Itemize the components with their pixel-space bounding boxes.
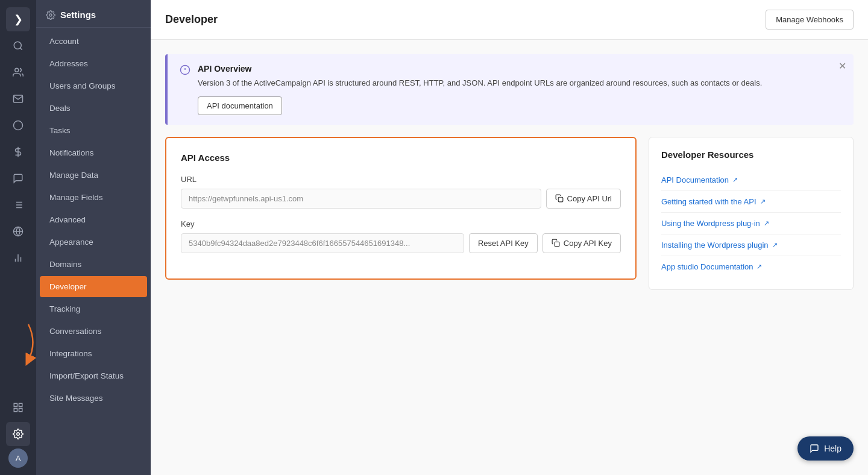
globe-icon[interactable] (6, 219, 30, 244)
main-header: Developer Manage Webhooks (151, 0, 868, 40)
chevron-right-icon[interactable]: ❯ (6, 7, 30, 31)
sidebar-item-domains[interactable]: Domains (40, 254, 147, 275)
list-icon[interactable] (6, 193, 30, 217)
sidebar-item-appearance[interactable]: Appearance (40, 231, 147, 253)
sidebar-item-deals[interactable]: Deals (40, 98, 147, 119)
external-link-icon: ↗ (756, 263, 762, 271)
contacts-icon[interactable] (6, 60, 30, 84)
sidebar-item-account[interactable]: Account (40, 31, 147, 52)
avatar[interactable]: A (8, 448, 28, 468)
main-content: Developer Manage Webhooks API Overview V… (151, 0, 868, 475)
external-link-icon: ↗ (772, 241, 778, 249)
api-documentation-button[interactable]: API documentation (198, 96, 282, 115)
reset-api-key-button[interactable]: Reset API Key (469, 233, 538, 253)
svg-rect-16 (14, 403, 17, 406)
arrow-annotation (7, 318, 37, 366)
sidebar-item-advanced[interactable]: Advanced (40, 209, 147, 230)
url-input[interactable] (181, 189, 541, 209)
developer-resources-card: Developer Resources API Documentation ↗ … (649, 137, 854, 290)
api-access-card: API Access URL Copy API Url Key Reset AP… (165, 137, 637, 280)
main-body: API Overview Version 3 of the ActiveCamp… (151, 40, 868, 475)
sidebar-item-notifications[interactable]: Notifications (40, 142, 147, 163)
page-title: Developer (165, 13, 218, 26)
api-key-input[interactable] (181, 233, 464, 253)
svg-rect-25 (558, 197, 563, 202)
chat-icon[interactable] (6, 166, 30, 190)
external-link-icon: ↗ (732, 176, 738, 184)
sidebar-item-import-export[interactable]: Import/Export Status (40, 365, 147, 386)
api-access-title: API Access (181, 153, 621, 163)
sidebar-item-developer[interactable]: Developer (40, 276, 147, 297)
svg-point-20 (17, 433, 20, 436)
dollar-icon[interactable] (6, 140, 30, 164)
sidebar-header: Settings (36, 0, 151, 27)
dev-resources-title: Developer Resources (661, 149, 841, 160)
svg-point-0 (14, 42, 21, 49)
icon-bar: ❯ A (0, 0, 36, 475)
sidebar-title: Settings (60, 10, 96, 20)
copy-api-url-button[interactable]: Copy API Url (546, 189, 621, 209)
installing-wordpress-link[interactable]: Installing the Wordpress plugin ↗ (661, 234, 841, 256)
icon-bar-bottom: A (6, 395, 30, 468)
sidebar-item-manage-fields[interactable]: Manage Fields (40, 187, 147, 208)
svg-line-1 (20, 48, 22, 49)
svg-point-21 (49, 14, 52, 16)
info-banner-text: Version 3 of the ActiveCampaign API is s… (198, 77, 841, 89)
external-link-icon: ↗ (764, 219, 769, 227)
sidebar-item-manage-data[interactable]: Manage Data (40, 165, 147, 186)
key-label: Key (181, 219, 621, 228)
getting-started-link[interactable]: Getting started with the API ↗ (661, 191, 841, 213)
help-button[interactable]: Help (797, 436, 854, 461)
svg-rect-19 (14, 409, 17, 412)
sidebar-item-tasks[interactable]: Tasks (40, 120, 147, 141)
external-link-icon: ↗ (760, 198, 766, 206)
url-label: URL (181, 175, 621, 184)
svg-rect-17 (19, 403, 22, 406)
info-banner: API Overview Version 3 of the ActiveCamp… (165, 54, 854, 125)
app-studio-link[interactable]: App studio Documentation ↗ (661, 256, 841, 277)
svg-rect-18 (19, 409, 22, 412)
settings-icon[interactable] (6, 422, 30, 446)
sidebar-item-addresses[interactable]: Addresses (40, 53, 147, 74)
wordpress-plugin-link[interactable]: Using the Wordpress plug-in ↗ (661, 213, 841, 234)
sidebar-item-conversations[interactable]: Conversations (40, 321, 147, 342)
key-field-row: Reset API Key Copy API Key (181, 233, 621, 253)
svg-point-2 (15, 68, 19, 72)
manage-webhooks-button[interactable]: Manage Webhooks (766, 10, 854, 30)
bulb-icon (180, 64, 190, 115)
pages-icon[interactable] (6, 395, 30, 420)
settings-sidebar: Settings Account Addresses Users and Gro… (36, 0, 151, 475)
close-icon[interactable]: ✕ (838, 61, 846, 71)
circle-icon[interactable] (6, 113, 30, 137)
info-banner-content: API Overview Version 3 of the ActiveCamp… (198, 64, 841, 115)
sidebar-item-integrations[interactable]: Integrations (40, 343, 147, 364)
info-banner-title: API Overview (198, 64, 841, 74)
search-icon[interactable] (6, 34, 30, 58)
sidebar-divider (36, 27, 151, 28)
email-icon[interactable] (6, 87, 30, 111)
svg-point-3 (14, 121, 23, 130)
url-field-row: Copy API Url (181, 189, 621, 209)
copy-api-key-button[interactable]: Copy API Key (542, 233, 621, 253)
sidebar-item-tracking[interactable]: Tracking (40, 298, 147, 319)
chart-icon[interactable] (6, 246, 30, 270)
content-row: API Access URL Copy API Url Key Reset AP… (165, 137, 854, 290)
sidebar-item-users-groups[interactable]: Users and Groups (40, 75, 147, 96)
api-documentation-link[interactable]: API Documentation ↗ (661, 169, 841, 191)
sidebar-item-site-messages[interactable]: Site Messages (40, 388, 147, 409)
svg-rect-26 (555, 242, 559, 247)
